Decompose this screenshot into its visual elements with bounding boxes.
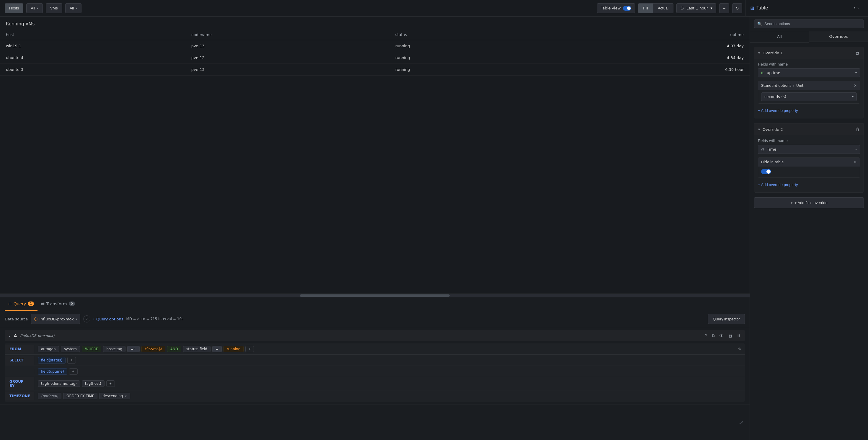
override-2-prop-close[interactable]: ✕: [854, 160, 857, 164]
data-section: Running VMs host nodename status uptime …: [0, 17, 750, 293]
override-2-header[interactable]: ∨ Override 2 🗑: [754, 123, 864, 135]
search-input[interactable]: [764, 22, 861, 26]
override-1-field-value: uptime: [767, 70, 780, 75]
refresh-icon: ↻: [736, 6, 739, 11]
timezone-line: TIMEZONE (optional) ORDER BY TIME descen…: [5, 390, 745, 402]
select-add1-button[interactable]: +: [67, 357, 76, 364]
override-2-property: Hide in table ✕: [758, 157, 860, 178]
group-tag2[interactable]: tag(host): [82, 380, 104, 387]
select-label: SELECT: [5, 356, 34, 365]
from-label: FROM: [5, 345, 34, 353]
where-op1[interactable]: =~: [127, 346, 140, 352]
tab-transform[interactable]: ⇄ Transform 0: [37, 297, 78, 311]
table-view-switch[interactable]: [623, 6, 631, 11]
query-options-button[interactable]: › Query options: [93, 317, 123, 321]
resize-icon[interactable]: ⤢: [739, 419, 744, 426]
group-by-label: GROUP BY: [5, 377, 34, 390]
search-input-wrap: 🔍: [754, 20, 864, 28]
data-table: host nodename status uptime win19-1pve-1…: [0, 30, 750, 75]
zoom-out-button[interactable]: −: [719, 3, 729, 13]
cell-host: ubuntu-3: [0, 64, 185, 75]
refresh-button[interactable]: ↻: [732, 3, 742, 13]
vms-button[interactable]: VMs: [46, 3, 62, 13]
order-by-select[interactable]: descending ∨: [99, 393, 130, 399]
from-autogen[interactable]: autogen: [38, 346, 59, 352]
tab-all[interactable]: All: [750, 31, 809, 42]
group-add-button[interactable]: +: [106, 380, 115, 387]
override-1-unit-value: seconds (s): [764, 94, 786, 99]
collapse-icon[interactable]: ∨: [8, 334, 11, 338]
query-tabs: ⊙ Query 1 ⇄ Transform 0: [0, 297, 750, 311]
from-edit-icon[interactable]: ✎: [735, 347, 745, 351]
query-delete-icon[interactable]: 🗑: [727, 333, 734, 339]
override-1-prop-close[interactable]: ✕: [854, 84, 857, 88]
query-copy-icon[interactable]: ⧉: [711, 333, 716, 339]
table-row: ubuntu-3pve-13running6.39 hour: [0, 64, 750, 75]
panel-expand-button[interactable]: › ›: [854, 5, 859, 11]
override-2-body: Fields with name ◷ Time ▾ Hide in table …: [754, 135, 864, 192]
main-layout: Running VMs host nodename status uptime …: [0, 17, 868, 440]
chevron-down-icon: ▾: [37, 6, 38, 10]
timezone-input[interactable]: (optional): [38, 393, 61, 399]
query-source-label: (InfluxDB-proxmox): [20, 334, 55, 338]
timezone-content: (optional) ORDER BY TIME descending ∨: [34, 391, 745, 401]
help-icon[interactable]: ?: [83, 315, 90, 322]
where-val2[interactable]: running: [223, 346, 244, 352]
override-1-add-prop-button[interactable]: + Add override property: [758, 106, 860, 115]
override-1-header[interactable]: ∨ Override 1 🗑: [754, 47, 864, 59]
query-inspector-button[interactable]: Query inspector: [708, 314, 745, 324]
plus-icon: +: [790, 200, 793, 205]
tab-query[interactable]: ⊙ Query 1: [5, 297, 37, 311]
table-row: win19-1pve-13running4.97 day: [0, 40, 750, 52]
query-visibility-icon[interactable]: 👁: [718, 333, 725, 339]
override-1-unit-select[interactable]: seconds (s) ▾: [761, 92, 857, 101]
query-help-icon[interactable]: ?: [704, 333, 708, 339]
actual-button[interactable]: Actual: [653, 3, 674, 13]
override-1-field-select[interactable]: ⊞ uptime ▾: [758, 68, 860, 77]
horizontal-scrollbar[interactable]: [0, 293, 750, 297]
hosts-filter-button[interactable]: All ▾: [26, 3, 42, 13]
cell-status: running: [390, 64, 558, 75]
override-1-delete-button[interactable]: 🗑: [855, 50, 860, 56]
override-2-delete-button[interactable]: 🗑: [855, 126, 860, 132]
override-2-field-value: Time: [767, 147, 776, 152]
query-builder: ∨ A (InfluxDB-proxmox) ? ⧉ 👁 🗑 ⠿ F: [0, 327, 750, 405]
override-1-prop-body: seconds (s) ▾: [758, 90, 860, 103]
add-field-override-button[interactable]: + + Add field override: [754, 197, 864, 208]
fill-button[interactable]: Fill: [638, 3, 653, 13]
tab-overrides[interactable]: Overrides: [809, 31, 868, 42]
select-func1[interactable]: field(status): [38, 357, 66, 364]
query-opts-chevron-icon: ›: [93, 317, 94, 321]
where-field2[interactable]: status::field: [183, 346, 211, 352]
table-view-toggle[interactable]: Table view: [597, 3, 636, 13]
from-system[interactable]: system: [61, 346, 80, 352]
timezone-label: TIMEZONE: [5, 391, 34, 401]
hosts-button[interactable]: Hosts: [5, 3, 23, 13]
datasource-select[interactable]: ⬡ InfluxDB-proxmox ▾: [31, 314, 80, 324]
datasource-name: InfluxDB-proxmox: [39, 317, 74, 321]
from-add-button[interactable]: +: [245, 346, 254, 352]
override-2-field-chevron: ▾: [855, 148, 857, 151]
where-val1[interactable]: /^$vms$/: [142, 346, 165, 352]
override-1-body: Fields with name ⊞ uptime ▾ Standard opt…: [754, 59, 864, 118]
cell-nodename: pve-13: [185, 64, 390, 75]
unit-chevron-icon: ▾: [852, 95, 854, 98]
where-field1[interactable]: host::tag: [103, 346, 125, 352]
hide-in-table-toggle[interactable]: [761, 169, 771, 174]
time-range-picker[interactable]: ⏱ Last 1 hour ▾: [676, 3, 716, 13]
right-panel-tabs: All Overrides: [750, 31, 868, 42]
override-2-field-select[interactable]: ◷ Time ▾: [758, 145, 860, 154]
where-op2[interactable]: =: [212, 346, 222, 352]
vms-filter-button[interactable]: All ▾: [65, 3, 82, 13]
group-by-content: tag(nodename::tag) tag(host) +: [34, 379, 745, 388]
select-add2-button[interactable]: +: [69, 368, 78, 375]
override-1-field-chevron: ▾: [855, 71, 857, 74]
fill-actual-group: Fill Actual: [638, 3, 674, 13]
select-func2[interactable]: field(uptime): [38, 368, 67, 375]
override-2-add-prop-button[interactable]: + Add override property: [758, 181, 860, 189]
override-2-fields-label: Fields with name: [758, 139, 860, 143]
query-drag-icon[interactable]: ⠿: [736, 333, 741, 339]
group-tag1[interactable]: tag(nodename::tag): [38, 380, 80, 387]
cell-host: ubuntu-4: [0, 52, 185, 64]
clock-icon: ⏱: [680, 6, 684, 10]
